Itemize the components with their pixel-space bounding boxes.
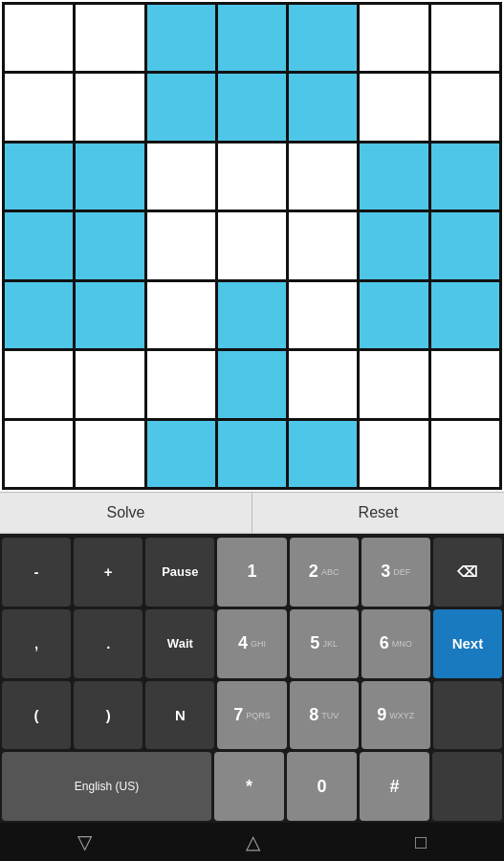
cell-4-1[interactable]: [76, 282, 143, 348]
cell-0-4[interactable]: [289, 5, 357, 71]
reset-button[interactable]: Reset: [252, 493, 504, 533]
solve-reset-bar: Solve Reset: [0, 492, 504, 534]
cell-3-6[interactable]: [431, 212, 499, 278]
cell-5-5[interactable]: [360, 351, 427, 417]
cell-4-4[interactable]: [289, 282, 357, 348]
keyboard-row-4: English (US) * 0 #: [2, 752, 502, 821]
cell-5-0[interactable]: [5, 351, 73, 417]
cell-2-6[interactable]: [431, 144, 499, 210]
key-9[interactable]: 9 WXYZ: [362, 681, 430, 750]
key-3[interactable]: 3 DEF: [362, 538, 430, 607]
key-minus[interactable]: -: [2, 538, 71, 607]
cell-5-2[interactable]: [147, 351, 215, 417]
key-hash[interactable]: #: [360, 752, 429, 821]
cell-3-3[interactable]: [218, 212, 286, 278]
key-next[interactable]: Next: [433, 609, 502, 678]
cell-0-1[interactable]: [76, 5, 143, 71]
cell-4-2[interactable]: [147, 282, 215, 348]
keyboard-row-2: , . Wait 4 GHI 5 JKL 6 MNO Next: [2, 609, 502, 678]
cell-2-5[interactable]: [360, 144, 427, 210]
cell-2-4[interactable]: [289, 144, 357, 210]
cell-6-3[interactable]: [218, 421, 286, 487]
key-language[interactable]: English (US): [2, 752, 211, 821]
puzzle-grid: [2, 2, 502, 490]
key-7[interactable]: 7 PQRS: [217, 681, 286, 750]
cell-2-1[interactable]: [76, 144, 143, 210]
keyboard-row-1: - + Pause 1 2 ABC 3 DEF ⌫: [2, 538, 502, 607]
cell-2-0[interactable]: [5, 144, 73, 210]
cell-6-4[interactable]: [289, 421, 357, 487]
cell-5-6[interactable]: [431, 351, 499, 417]
cell-1-4[interactable]: [289, 74, 357, 140]
cell-1-1[interactable]: [76, 74, 143, 140]
puzzle-grid-area: [0, 0, 504, 492]
key-empty-r4: [432, 752, 502, 821]
key-plus[interactable]: +: [74, 538, 142, 607]
key-1[interactable]: 1: [217, 538, 286, 607]
key-2[interactable]: 2 ABC: [290, 538, 359, 607]
cell-4-3[interactable]: [218, 282, 286, 348]
cell-4-0[interactable]: [5, 282, 73, 348]
cell-4-5[interactable]: [360, 282, 427, 348]
cell-5-3[interactable]: [218, 351, 286, 417]
nav-recents-icon[interactable]: □: [415, 831, 427, 853]
cell-6-5[interactable]: [360, 421, 427, 487]
cell-3-0[interactable]: [5, 212, 73, 278]
navigation-bar: ▽ △ □: [0, 823, 504, 861]
cell-3-1[interactable]: [76, 212, 143, 278]
cell-0-0[interactable]: [5, 5, 73, 71]
solve-button[interactable]: Solve: [0, 493, 252, 533]
nav-home-icon[interactable]: △: [246, 830, 260, 853]
key-n[interactable]: N: [145, 681, 214, 750]
cell-2-2[interactable]: [147, 144, 215, 210]
cell-0-2[interactable]: [147, 5, 215, 71]
cell-3-4[interactable]: [289, 212, 357, 278]
cell-1-0[interactable]: [5, 74, 73, 140]
cell-4-6[interactable]: [431, 282, 499, 348]
cell-1-6[interactable]: [431, 74, 499, 140]
key-comma[interactable]: ,: [2, 609, 71, 678]
keyboard-area: - + Pause 1 2 ABC 3 DEF ⌫ , . Wait: [0, 534, 504, 823]
key-4[interactable]: 4 GHI: [217, 609, 286, 678]
cell-1-3[interactable]: [218, 74, 286, 140]
cell-0-3[interactable]: [218, 5, 286, 71]
key-period[interactable]: .: [74, 609, 142, 678]
cell-0-6[interactable]: [431, 5, 499, 71]
cell-2-3[interactable]: [218, 144, 286, 210]
key-star[interactable]: *: [214, 752, 284, 821]
cell-5-1[interactable]: [76, 351, 143, 417]
key-6[interactable]: 6 MNO: [362, 609, 430, 678]
cell-3-5[interactable]: [360, 212, 427, 278]
cell-3-2[interactable]: [147, 212, 215, 278]
cell-6-0[interactable]: [5, 421, 73, 487]
key-backspace[interactable]: ⌫: [433, 538, 502, 607]
key-open-paren[interactable]: (: [2, 681, 71, 750]
key-pause[interactable]: Pause: [145, 538, 214, 607]
cell-6-2[interactable]: [147, 421, 215, 487]
backspace-icon: ⌫: [457, 563, 477, 581]
key-wait[interactable]: Wait: [145, 609, 214, 678]
key-8[interactable]: 8 TUV: [290, 681, 359, 750]
key-0[interactable]: 0: [287, 752, 357, 821]
keyboard-row-3: ( ) N 7 PQRS 8 TUV 9 WXYZ: [2, 681, 502, 750]
key-5[interactable]: 5 JKL: [290, 609, 359, 678]
cell-6-1[interactable]: [76, 421, 143, 487]
cell-6-6[interactable]: [431, 421, 499, 487]
cell-1-2[interactable]: [147, 74, 215, 140]
key-close-paren[interactable]: ): [74, 681, 142, 750]
key-empty-r3: [433, 681, 502, 750]
cell-0-5[interactable]: [360, 5, 427, 71]
cell-5-4[interactable]: [289, 351, 357, 417]
nav-back-icon[interactable]: ▽: [77, 830, 92, 853]
cell-1-5[interactable]: [360, 74, 427, 140]
